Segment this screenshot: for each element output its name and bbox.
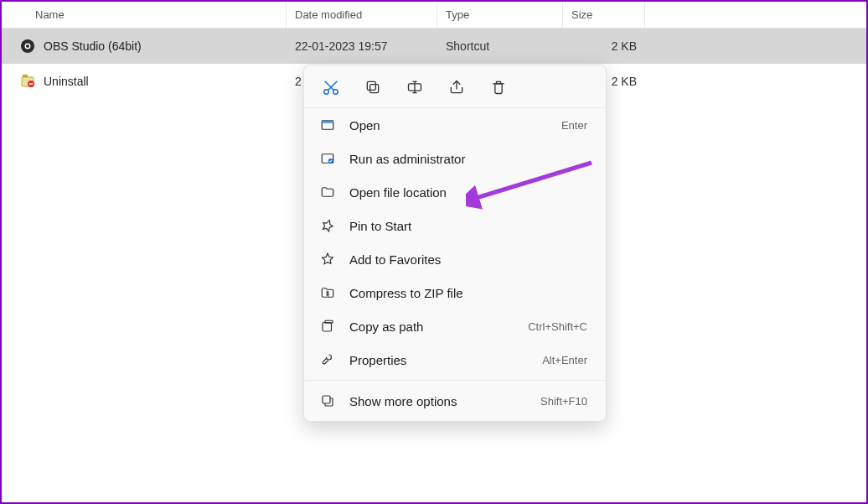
rename-icon[interactable] <box>405 77 425 97</box>
menu-label: Show more options <box>349 394 527 408</box>
context-menu: Open Enter Run as administrator Open fil… <box>303 65 607 422</box>
menu-label: Properties <box>349 353 529 367</box>
svg-rect-24 <box>325 320 333 323</box>
menu-pin-to-start[interactable]: Pin to Start <box>304 209 606 242</box>
menu-show-more[interactable]: Show more options Shift+F10 <box>304 384 606 418</box>
svg-rect-4 <box>23 75 28 77</box>
menu-shortcut: Enter <box>561 119 587 132</box>
menu-label: Copy as path <box>349 320 514 334</box>
menu-separator <box>304 380 606 381</box>
zip-icon <box>319 284 336 301</box>
menu-run-as-admin[interactable]: Run as administrator <box>304 142 606 175</box>
menu-copy-as-path[interactable]: Copy as path Ctrl+Shift+C <box>304 309 606 343</box>
open-icon <box>319 117 336 133</box>
file-size: 2 KB <box>563 39 645 53</box>
menu-label: Open <box>349 118 548 132</box>
svg-rect-23 <box>323 323 332 332</box>
file-name: Uninstall <box>44 75 89 88</box>
context-menu-toolbar <box>304 65 606 108</box>
column-date[interactable]: Date modified <box>287 2 437 28</box>
menu-compress-zip[interactable]: Compress to ZIP file <box>304 276 606 309</box>
file-name: OBS Studio (64bit) <box>44 39 142 53</box>
properties-icon <box>319 351 336 368</box>
column-type[interactable]: Type <box>437 2 563 28</box>
column-name[interactable]: Name <box>2 2 287 28</box>
menu-properties[interactable]: Properties Alt+Enter <box>304 343 606 377</box>
star-icon <box>319 251 336 268</box>
svg-point-2 <box>26 44 29 48</box>
column-headers: Name Date modified Type Size <box>2 2 866 29</box>
copy-path-icon <box>319 318 336 335</box>
menu-shortcut: Ctrl+Shift+C <box>528 320 587 333</box>
menu-label: Add to Favorites <box>349 252 574 267</box>
file-date: 22-01-2023 19:57 <box>287 39 437 53</box>
delete-icon[interactable] <box>488 77 509 97</box>
copy-icon[interactable] <box>363 77 383 97</box>
menu-label: Compress to ZIP file <box>349 286 574 300</box>
menu-label: Pin to Start <box>349 219 574 233</box>
more-icon <box>319 392 336 409</box>
svg-rect-12 <box>367 81 375 90</box>
svg-rect-25 <box>323 396 330 403</box>
menu-label: Run as administrator <box>349 152 574 166</box>
menu-open-file-location[interactable]: Open file location <box>304 175 606 209</box>
menu-open[interactable]: Open Enter <box>304 108 606 142</box>
file-type: Shortcut <box>437 39 563 53</box>
cut-icon[interactable] <box>321 77 341 97</box>
svg-rect-11 <box>370 85 379 93</box>
menu-shortcut: Alt+Enter <box>542 354 587 366</box>
pin-icon <box>319 217 336 234</box>
folder-icon <box>319 184 336 200</box>
obs-icon <box>20 39 35 54</box>
svg-rect-18 <box>322 121 333 123</box>
menu-add-favorites[interactable]: Add to Favorites <box>304 242 606 276</box>
menu-label: Open file location <box>349 185 574 200</box>
table-row[interactable]: OBS Studio (64bit) 22-01-2023 19:57 Shor… <box>2 29 866 64</box>
svg-rect-6 <box>29 83 33 85</box>
run-admin-icon <box>319 150 336 167</box>
menu-shortcut: Shift+F10 <box>540 395 587 408</box>
uninstall-icon <box>20 74 35 89</box>
column-size[interactable]: Size <box>563 2 645 28</box>
share-icon[interactable] <box>447 77 467 97</box>
